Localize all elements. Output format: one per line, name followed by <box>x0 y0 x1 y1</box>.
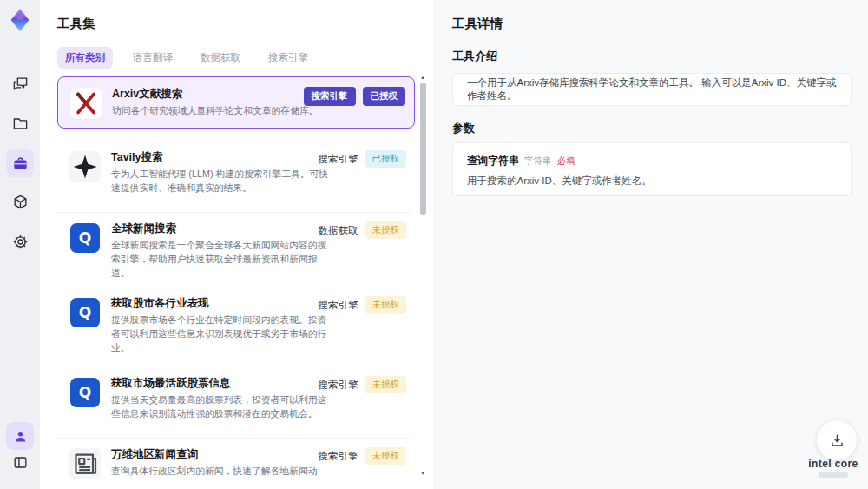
tool-intro-box: 一个用于从Arxiv存储库搜索科学论文和文章的工具。 输入可以是Arxiv ID… <box>452 73 852 106</box>
tool-desc: 专为人工智能代理 (LLM) 构建的搜索引擎工具。可快速提供实时、准确和真实的结… <box>111 167 335 195</box>
tool-name: 获取市场最活跃股票信息 <box>111 376 231 391</box>
tool-auth-badge: 未授权 <box>365 221 407 239</box>
tool-category-label: 搜索引擎 <box>319 299 358 312</box>
intro-heading: 工具介绍 <box>452 49 497 64</box>
tool-desc: 访问各个研究领域大量科学论文和文章的存储库。 <box>112 103 336 117</box>
newspaper-icon <box>69 448 101 479</box>
tool-auth-badge: 已授权 <box>365 150 407 168</box>
user-icon[interactable] <box>6 422 34 450</box>
tools-panel: 工具集 所有类别 语言翻译 数据获取 搜索引擎 Arxiv文献搜索 访问各个研究… <box>40 0 434 489</box>
tool-name: 全球新闻搜索 <box>111 221 176 236</box>
scroll-up-icon[interactable]: ▲ <box>420 75 425 80</box>
tool-card-arxiv[interactable]: Arxiv文献搜索 访问各个研究领域大量科学论文和文章的存储库。 搜索引擎 已授… <box>57 76 415 129</box>
tool-auth-badge: 已授权 <box>363 87 406 106</box>
tool-name: 万维地区新闻查询 <box>111 447 198 462</box>
tool-desc: 提供当天交易量最高的股票列表，投资者可以利用这些信息来识别流动性强的股票和潜在的… <box>111 393 335 420</box>
param-desc: 用于搜索的Arxiv ID、关键字或作者姓名。 <box>467 175 837 188</box>
brand-subtext-bar <box>819 472 848 478</box>
tools-panel-title: 工具集 <box>57 16 95 32</box>
params-heading: 参数 <box>452 121 475 136</box>
cube-icon[interactable] <box>6 188 34 215</box>
category-tabs: 所有类别 语言翻译 数据获取 搜索引擎 <box>57 47 316 69</box>
intel-core-brand: intel core <box>806 458 861 478</box>
scroll-down-icon[interactable]: ▼ <box>420 471 425 476</box>
chat-icon[interactable] <box>6 69 34 97</box>
param-required-flag: 必填 <box>557 155 575 168</box>
tool-category-badge: 搜索引擎 <box>304 87 356 106</box>
scrollbar-thumb[interactable] <box>420 83 426 215</box>
folder-icon[interactable] <box>6 109 34 137</box>
tool-category-label: 数据获取 <box>319 224 358 237</box>
tool-list-scrollbar[interactable]: ▲ ▼ <box>419 75 427 476</box>
download-button[interactable] <box>817 420 857 460</box>
tool-name: Tavily搜索 <box>111 150 163 165</box>
tool-list: Arxiv文献搜索 访问各个研究领域大量科学论文和文章的存储库。 搜索引擎 已授… <box>57 75 417 483</box>
tab-all-categories[interactable]: 所有类别 <box>57 47 113 69</box>
q-news-icon: Q <box>70 223 100 253</box>
arxiv-icon <box>70 88 102 119</box>
tool-card-active-stocks[interactable]: Q 获取市场最活跃股票信息 提供当天交易量最高的股票列表，投资者可以利用这些信息… <box>57 367 415 438</box>
sparkle-icon <box>69 151 101 182</box>
tool-details-panel: 工具详情 工具介绍 一个用于从Arxiv存储库搜索科学论文和文章的工具。 输入可… <box>434 0 868 489</box>
q-news-icon: Q <box>70 298 100 327</box>
tool-intro-text: 一个用于从Arxiv存储库搜索科学论文和文章的工具。 输入可以是Arxiv ID… <box>467 76 837 102</box>
intel-core-logo: intel core <box>806 458 861 470</box>
tool-desc: 全球新闻搜索是一个聚合全球各大新闻网站内容的搜索引擎，帮助用户快速获取全球最新资… <box>111 238 335 280</box>
details-title: 工具详情 <box>452 16 503 32</box>
q-news-icon: Q <box>70 378 100 407</box>
tab-search-engine[interactable]: 搜索引擎 <box>260 47 316 69</box>
tool-name: 获取股市各行业表现 <box>111 296 209 311</box>
parameter-box: 查询字符串 字符串 必填 用于搜索的Arxiv ID、关键字或作者姓名。 <box>452 142 852 196</box>
tool-category-label: 搜索引擎 <box>319 153 358 166</box>
gear-icon[interactable] <box>6 228 34 255</box>
tool-card-global-news[interactable]: Q 全球新闻搜索 全球新闻搜索是一个聚合全球各大新闻网站内容的搜索引擎，帮助用户… <box>57 212 415 287</box>
param-name: 查询字符串 <box>467 154 519 169</box>
tab-data-acquisition[interactable]: 数据获取 <box>193 47 248 69</box>
tool-auth-badge: 未授权 <box>365 296 407 314</box>
panel-toggle-icon[interactable] <box>6 448 34 476</box>
tool-name: Arxiv文献搜索 <box>112 87 182 102</box>
tool-category-label: 搜索引擎 <box>319 379 358 392</box>
tool-auth-badge: 未授权 <box>365 447 407 465</box>
download-icon <box>829 433 845 449</box>
briefcase-icon[interactable] <box>6 149 34 177</box>
tool-desc: 查询具体行政区划内的新闻，快速了解各地新闻动 <box>111 464 345 478</box>
tool-desc: 提供股票市场各个行业在特定时间段内的表现。投资者可以利用这些信息来识别表现优于或… <box>111 313 335 354</box>
tool-card-tavily[interactable]: Tavily搜索 专为人工智能代理 (LLM) 构建的搜索引擎工具。可快速提供实… <box>57 141 415 212</box>
tab-language-translation[interactable]: 语言翻译 <box>125 47 181 69</box>
param-type: 字符串 <box>524 155 552 168</box>
app-logo-icon <box>7 7 33 33</box>
tool-card-stock-sectors[interactable]: Q 获取股市各行业表现 提供股票市场各个行业在特定时间段内的表现。投资者可以利用… <box>57 287 415 367</box>
app-sidebar <box>0 0 40 489</box>
tool-category-label: 搜索引擎 <box>319 450 358 463</box>
tool-auth-badge: 未授权 <box>365 376 407 393</box>
tool-card-regional-news[interactable]: 万维地区新闻查询 查询具体行政区划内的新闻，快速了解各地新闻动 搜索引擎 未授权 <box>57 438 415 483</box>
